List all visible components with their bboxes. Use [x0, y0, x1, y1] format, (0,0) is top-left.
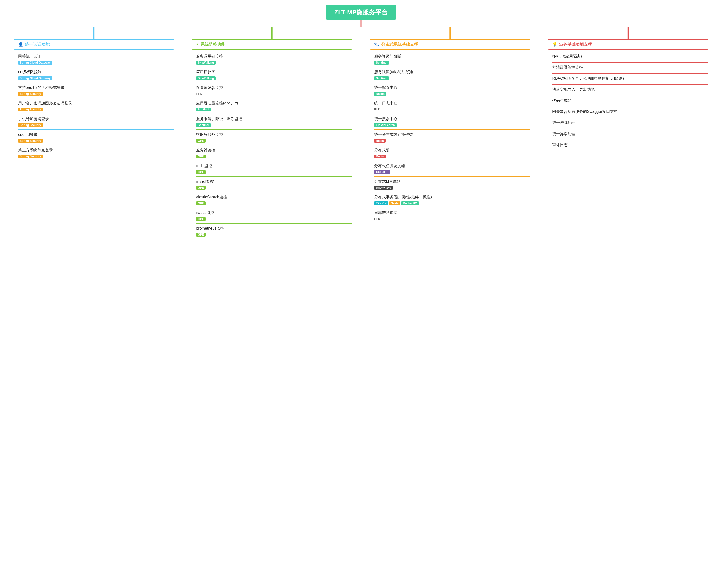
list-item: 慢查询SQL监控ELK: [196, 83, 352, 99]
item-title: 服务降级与熔断: [374, 54, 530, 59]
list-item: 分布式锁Redis: [374, 145, 530, 161]
tag: SkyWalking: [196, 61, 216, 64]
tag: ELK: [374, 108, 380, 111]
list-item: 统一异常处理: [552, 129, 708, 140]
item-title: 慢查询SQL监控: [196, 85, 352, 90]
tag: Nacos: [374, 92, 386, 96]
section-header-auth: 👤统一认证功能: [14, 39, 174, 49]
item-tags: Spring Cloud Gateway: [18, 60, 174, 64]
list-item: 多租户(应用隔离): [552, 51, 708, 63]
section-content-auth: 网关统一认证Spring Cloud Gatewayurl级权限控制Spring…: [14, 51, 174, 161]
list-item: 统一配置中心Nacos: [374, 83, 530, 99]
item-title: openId登录: [18, 132, 174, 137]
item-title: 统一分布式缓存操作类: [374, 132, 530, 137]
item-tags: Redis: [374, 138, 530, 143]
item-title: 应用吞吐量监控(qps、rt): [196, 101, 352, 106]
list-item: 服务限流、降级、熔断监控Sentinel: [196, 114, 352, 130]
item-title: prometheus监控: [196, 226, 352, 231]
section-header-distributed: 🐾分布式系统基础支撑: [370, 39, 530, 49]
list-item: mysql监控GPE: [196, 177, 352, 192]
item-tags: ElasticSearch: [374, 123, 530, 127]
item-tags: GPE: [196, 138, 352, 143]
list-item: 方法级幂等性支持: [552, 63, 708, 74]
item-title: 代码生成器: [552, 98, 708, 103]
item-title: 用户名、密码加图形验证码登录: [18, 101, 174, 106]
list-item: 应用拓扑图SkyWalking: [196, 67, 352, 83]
list-item: elasticSearch监控GPE: [196, 192, 352, 208]
list-item: prometheus监控GPE: [196, 224, 352, 239]
item-title: 统一跨域处理: [552, 120, 708, 125]
tag: GPE: [196, 202, 205, 205]
tag: XXL-JOB: [374, 170, 390, 174]
item-title: mysql监控: [196, 179, 352, 184]
item-title: 统一搜索中心: [374, 117, 530, 122]
item-tags: Sentinel: [374, 76, 530, 80]
tag: Spring Security: [18, 123, 43, 127]
tag: Redis: [374, 139, 385, 143]
item-tags: SkyWalking: [196, 76, 352, 80]
section-content-business: 多租户(应用隔离)方法级幂等性支持RBAC权限管理，实现细粒度控制(url级别)…: [548, 51, 708, 151]
list-item: 审计日志: [552, 140, 708, 151]
list-item: 统一跨域处理: [552, 118, 708, 129]
tag: Spring Cloud Gateway: [18, 61, 52, 64]
item-title: 微服务服务监控: [196, 132, 352, 137]
list-item: 微服务服务监控GPE: [196, 130, 352, 145]
item-tags: GPE: [196, 216, 352, 221]
tag: ELK: [374, 217, 380, 221]
item-tags: ELK: [374, 216, 530, 221]
item-title: 网关统一认证: [18, 54, 174, 59]
column-business: 💡业务基础功能支撑多租户(应用隔离)方法级幂等性支持RBAC权限管理，实现细粒度…: [539, 39, 718, 151]
tag: Spring Cloud Gateway: [18, 76, 52, 80]
item-tags: Spring Security: [18, 123, 174, 127]
column-distributed: 🐾分布式系统基础支撑服务降级与熔断Sentinel服务限流(url/方法级别)S…: [361, 39, 539, 223]
list-item: 支持oauth2的四种模式登录Spring Security: [18, 83, 174, 99]
item-title: 日志链路追踪: [374, 210, 530, 215]
section-content-distributed: 服务降级与熔断Sentinel服务限流(url/方法级别)Sentinel统一配…: [370, 51, 530, 223]
section-icon-business: 💡: [552, 42, 557, 47]
item-title: 分布式事务(强一致性/最终一致性): [374, 195, 530, 200]
item-tags: Nacos: [374, 91, 530, 96]
tag: ELK: [196, 92, 202, 96]
section-content-monitor: 服务调用链监控SkyWalking应用拓扑图SkyWalking慢查询SQL监控…: [192, 51, 352, 239]
tag: SnowFlake: [374, 186, 393, 190]
list-item: 第三方系统单点登录Spring Security: [18, 145, 174, 161]
item-title: 服务调用链监控: [196, 54, 352, 59]
list-item: 服务调用链监控SkyWalking: [196, 51, 352, 67]
item-tags: Spring Cloud Gateway: [18, 76, 174, 80]
list-item: 快速实现导入、导出功能: [552, 85, 708, 96]
tag: Seata: [389, 202, 400, 205]
item-tags: Sentinel: [196, 107, 352, 111]
item-tags: GPE: [196, 154, 352, 159]
list-item: 服务器监控GPE: [196, 145, 352, 161]
tag: GPE: [196, 233, 205, 237]
item-title: 分布式Id生成器: [374, 179, 530, 184]
tag: Sentinel: [374, 76, 389, 80]
item-title: 统一日志中心: [374, 101, 530, 106]
item-title: 分布式锁: [374, 148, 530, 153]
section-title-auth: 统一认证功能: [25, 42, 49, 47]
section-title-business: 业务基础功能支撑: [559, 42, 592, 47]
item-tags: ELK: [374, 107, 530, 111]
list-item: 分布式事务(强一致性/最终一致性)TX-LCNSeataRocketMQ: [374, 192, 530, 208]
tag: Sentinel: [196, 108, 211, 111]
list-item: RBAC权限管理，实现细粒度控制(url级别): [552, 74, 708, 85]
section-icon-distributed: 🐾: [374, 42, 379, 47]
tag: ElasticSearch: [374, 123, 397, 127]
item-tags: ELK: [196, 91, 352, 96]
tag: RocketMQ: [401, 202, 419, 205]
tag: GPE: [196, 186, 205, 190]
item-title: 服务器监控: [196, 148, 352, 153]
list-item: 手机号加密码登录Spring Security: [18, 114, 174, 130]
list-item: url级权限控制Spring Cloud Gateway: [18, 67, 174, 83]
item-title: 第三方系统单点登录: [18, 148, 174, 153]
connector-svg: [5, 20, 717, 39]
tag: Sentinel: [196, 123, 211, 127]
item-title: elasticSearch监控: [196, 195, 352, 200]
item-title: nacos监控: [196, 210, 352, 215]
item-title: 网关聚合所有服务的Swagger接口文档: [552, 109, 708, 114]
item-tags: Spring Security: [18, 154, 174, 159]
item-tags: Sentinel: [374, 60, 530, 64]
section-header-business: 💡业务基础功能支撑: [548, 39, 708, 49]
item-tags: GPE: [196, 185, 352, 190]
list-item: nacos监控GPE: [196, 208, 352, 224]
